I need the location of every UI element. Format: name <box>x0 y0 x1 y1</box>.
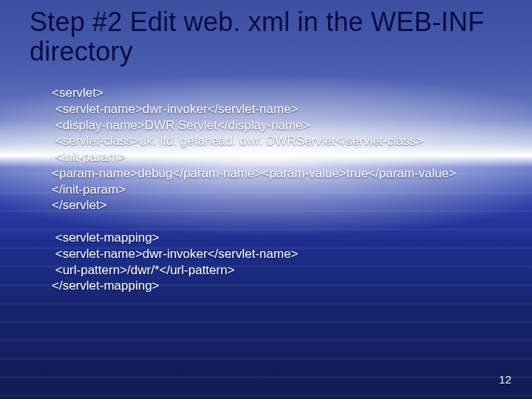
code-line: <servlet> <box>52 85 502 101</box>
slide: Step #2 Edit web. xml in the WEB-INF dir… <box>0 0 532 399</box>
code-line: <servlet-mapping> <box>52 230 502 246</box>
slide-title: Step #2 Edit web. xml in the WEB-INF dir… <box>30 7 510 66</box>
code-line: </servlet-mapping> <box>52 278 502 294</box>
slide-body: <servlet> <servlet-name>dwr-invoker</ser… <box>52 85 502 310</box>
code-line: <servlet-name>dwr-invoker</servlet-name> <box>52 101 502 117</box>
code-block-mapping: <servlet-mapping> <servlet-name>dwr-invo… <box>52 230 502 294</box>
page-number: 12 <box>499 373 511 386</box>
code-line: <display-name>DWR Servlet</display-name> <box>52 117 502 134</box>
code-block-servlet: <servlet> <servlet-name>dwr-invoker</ser… <box>52 85 502 214</box>
code-line: <servlet-name>dwr-invoker</servlet-name> <box>52 246 502 262</box>
code-line: <servlet-class>uk. ltd. getahead. dwr. D… <box>52 133 502 149</box>
code-line: </init-param> <box>52 182 502 198</box>
code-line: <param-name>debug</param-name><param-val… <box>52 166 502 182</box>
code-line: </servlet> <box>52 197 502 214</box>
code-line: <init-param> <box>52 149 502 166</box>
code-line: <url-pattern>/dwr/*</url-pattern> <box>52 262 502 279</box>
